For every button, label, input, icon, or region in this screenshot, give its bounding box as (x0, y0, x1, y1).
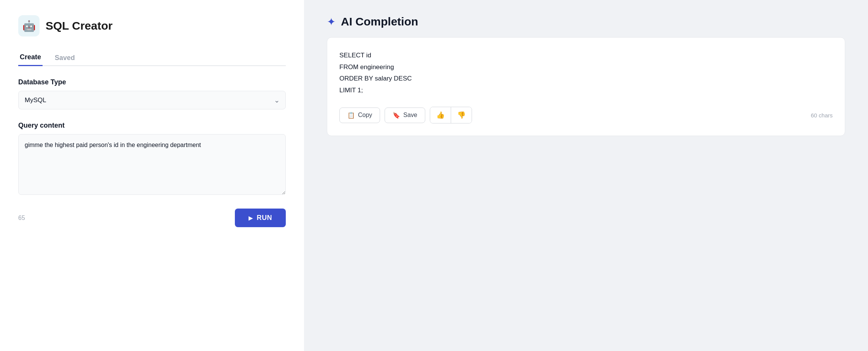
query-input[interactable]: gimme the highest paid person's id in th… (18, 134, 286, 195)
db-select-wrapper: MySQL PostgreSQL SQLite SQL Server ⌄ (18, 91, 286, 109)
tab-saved[interactable]: Saved (53, 49, 76, 66)
sql-line-2: FROM engineering (339, 62, 833, 73)
run-label: RUN (257, 214, 272, 222)
db-type-section: Database Type MySQL PostgreSQL SQLite SQ… (18, 78, 286, 122)
query-section: Query content gimme the highest paid per… (18, 122, 286, 196)
char-count: 65 (18, 215, 25, 221)
bookmark-icon: 🔖 (393, 112, 400, 119)
right-panel: ✦ AI Completion SELECT id FROM engineeri… (304, 0, 868, 351)
save-label: Save (403, 112, 417, 119)
play-icon: ▶ (249, 215, 253, 221)
result-char-count: 60 chars (811, 112, 833, 119)
thumbs-up-icon: 👍 (436, 111, 445, 119)
db-type-select[interactable]: MySQL PostgreSQL SQLite SQL Server (18, 91, 286, 109)
tabs-bar: Create Saved (18, 49, 286, 66)
thumbs-up-button[interactable]: 👍 (430, 107, 451, 123)
logo-emoji: 🤖 (22, 20, 36, 32)
thumbs-down-icon: 👎 (457, 111, 466, 119)
app-title: SQL Creator (46, 19, 112, 32)
app-header: 🤖 SQL Creator (18, 15, 286, 36)
sql-line-4: LIMIT 1; (339, 85, 833, 96)
thumbs-down-button[interactable]: 👎 (451, 107, 472, 123)
ai-completion-header: ✦ AI Completion (327, 15, 845, 28)
feedback-buttons: 👍 👎 (430, 107, 472, 123)
ai-result-card: SELECT id FROM engineering ORDER BY sala… (327, 37, 845, 136)
copy-button[interactable]: 📋 Copy (339, 108, 380, 123)
result-actions: 📋 Copy 🔖 Save 👍 👎 60 chars (339, 107, 833, 123)
run-button[interactable]: ▶ RUN (235, 209, 286, 227)
app-logo: 🤖 (18, 15, 40, 36)
query-label: Query content (18, 122, 286, 130)
save-button[interactable]: 🔖 Save (385, 108, 425, 123)
tab-create[interactable]: Create (18, 49, 43, 66)
bottom-bar: 65 ▶ RUN (18, 209, 286, 227)
db-type-label: Database Type (18, 78, 286, 86)
sql-line-1: SELECT id (339, 50, 833, 62)
copy-label: Copy (358, 112, 372, 119)
sql-line-3: ORDER BY salary DESC (339, 73, 833, 85)
ai-sparkle-icon: ✦ (327, 16, 336, 28)
left-panel: 🤖 SQL Creator Create Saved Database Type… (0, 0, 304, 351)
clipboard-icon: 📋 (347, 112, 355, 119)
ai-completion-title: AI Completion (341, 15, 418, 28)
sql-output: SELECT id FROM engineering ORDER BY sala… (339, 50, 833, 96)
